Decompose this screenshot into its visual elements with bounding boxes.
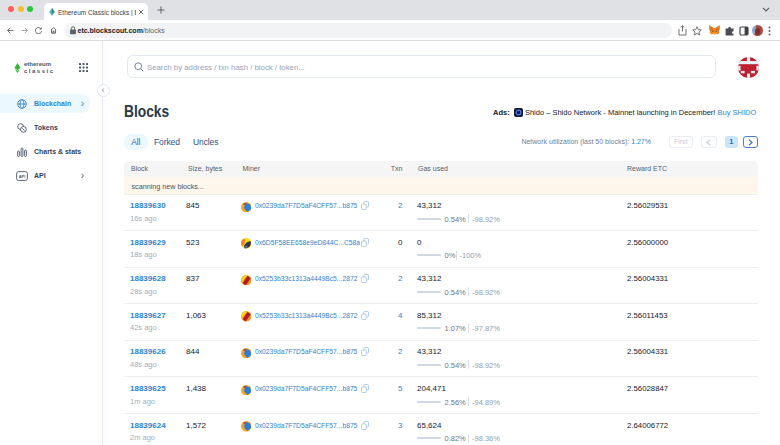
svg-text:API: API (19, 173, 26, 178)
